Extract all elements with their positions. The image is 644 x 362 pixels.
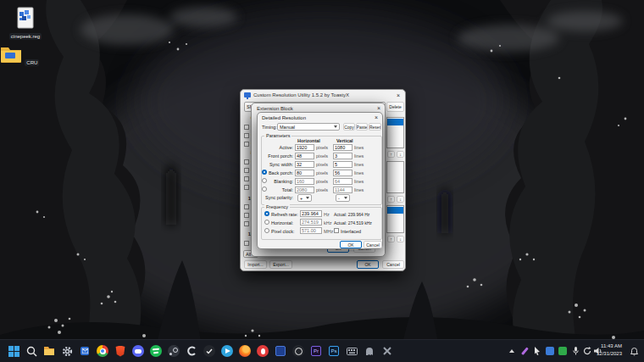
search-icon[interactable] — [25, 344, 38, 358]
extension-block-close-icon[interactable]: × — [377, 105, 380, 111]
photoshop-blue-icon[interactable] — [274, 344, 287, 358]
horizontal-freq-input[interactable] — [300, 219, 322, 226]
settings-icon[interactable] — [60, 344, 74, 358]
pixels-unit-label: pixels — [316, 187, 328, 192]
checkbox-icon[interactable] — [244, 221, 249, 226]
checkbox-icon[interactable] — [244, 185, 249, 190]
mail-app-icon[interactable] — [78, 344, 92, 358]
ghost-app-icon[interactable] — [363, 344, 376, 358]
opera-icon[interactable] — [256, 344, 269, 358]
sync-width-v-input[interactable] — [333, 161, 353, 168]
detailed-resolution-close-icon[interactable]: × — [375, 114, 378, 120]
firefox-icon[interactable] — [238, 344, 252, 358]
move-up-button[interactable]: ↑ — [387, 196, 395, 203]
active-v-input[interactable] — [333, 144, 353, 151]
reset-button[interactable]: Reset — [369, 123, 381, 131]
move-down-button[interactable]: ↓ — [397, 196, 404, 203]
telegram-icon[interactable] — [220, 344, 234, 358]
checkbox-icon[interactable] — [244, 241, 249, 246]
checkbox-icon[interactable] — [244, 142, 249, 147]
pixel-clock-radio[interactable] — [264, 228, 269, 233]
chrome-icon[interactable] — [96, 344, 109, 358]
move-down-button[interactable]: ↓ — [397, 151, 404, 158]
start-button[interactable] — [7, 344, 20, 358]
blue-app-tray-icon[interactable] — [545, 346, 555, 356]
refresh-rate-radio[interactable] — [264, 211, 269, 216]
sync-width-h-input[interactable] — [295, 161, 314, 168]
interlaced-checkbox[interactable] — [334, 228, 339, 233]
total-h-input[interactable] — [295, 187, 314, 193]
file-explorer-icon[interactable] — [42, 344, 56, 358]
total-v-input[interactable] — [333, 187, 353, 193]
detailed-cancel-button[interactable]: Cancel — [364, 241, 382, 248]
delete-display-button[interactable]: Delete — [386, 102, 404, 112]
copy-button[interactable]: Copy — [343, 123, 355, 131]
main-cancel-button[interactable]: Cancel — [382, 260, 404, 269]
selected-row[interactable] — [387, 207, 403, 214]
checkbox-icon[interactable] — [244, 176, 249, 181]
checkbox-icon[interactable] — [244, 159, 249, 164]
blanking-h-input[interactable] — [295, 178, 314, 185]
front-porch-h-input[interactable] — [295, 153, 314, 159]
selected-row[interactable] — [387, 119, 403, 125]
active-h-input[interactable] — [295, 144, 314, 151]
lines-unit-label: lines — [354, 162, 364, 167]
checkbox-icon[interactable] — [244, 125, 249, 130]
standard-resolutions-listbox[interactable] — [386, 161, 404, 193]
desktop-icon-cinepeek[interactable]: cinepeek.reg — [2, 7, 49, 40]
hidden-icons-chevron[interactable] — [507, 346, 517, 356]
export-button[interactable]: Export... — [269, 260, 292, 269]
obs-icon[interactable] — [291, 344, 305, 358]
paste-button[interactable]: Paste — [356, 123, 368, 131]
notification-bell-icon[interactable] — [629, 347, 639, 357]
sync-tray-icon[interactable] — [582, 346, 592, 356]
main-ok-button[interactable]: OK — [357, 260, 379, 269]
blanking-v-input[interactable] — [333, 178, 353, 185]
discord-icon[interactable] — [131, 344, 145, 358]
premiere-icon[interactable]: Pr — [309, 344, 323, 358]
detailed-resolution-title: Detailed Resolution — [262, 115, 306, 120]
epic-games-icon[interactable] — [185, 344, 198, 358]
timing-value: Manual — [280, 125, 295, 130]
steam-icon[interactable] — [167, 344, 180, 358]
h-polarity-dropdown[interactable]: + — [297, 194, 312, 202]
detailed-ok-button[interactable]: OK — [340, 241, 362, 248]
back-porch-v-input[interactable] — [333, 170, 353, 176]
move-down-button[interactable]: ↓ — [397, 236, 404, 242]
photoshop-icon[interactable]: Ps — [327, 344, 341, 358]
checkbox-icon[interactable] — [244, 213, 249, 218]
actual-horizontal-label: Actual: 274.519 kHz — [334, 220, 372, 226]
x-app-icon[interactable] — [380, 344, 394, 358]
horizontal-freq-label: Horizontal: — [271, 220, 293, 226]
main-close-icon[interactable]: × — [397, 92, 400, 98]
back-porch-label: Back porch: — [264, 170, 293, 175]
clock[interactable]: 11:43 AM 12/31/2023 — [597, 343, 622, 358]
move-up-button[interactable]: ↑ — [387, 236, 395, 242]
import-button[interactable]: Import... — [244, 260, 267, 269]
refresh-rate-input[interactable] — [300, 210, 322, 217]
detailed-resolution-title-bar[interactable]: Detailed Resolution × — [258, 113, 382, 122]
microphone-tray-icon[interactable] — [570, 346, 580, 356]
checkbox-icon[interactable] — [244, 133, 249, 138]
keyboard-app-icon[interactable] — [345, 344, 358, 358]
detailed-resolutions-listbox[interactable] — [386, 117, 404, 148]
checkbox-icon[interactable] — [244, 168, 249, 173]
move-up-button[interactable]: ↑ — [387, 151, 395, 158]
pen-tray-icon[interactable] — [519, 346, 530, 356]
v-polarity-dropdown[interactable]: - — [336, 194, 350, 202]
pixel-clock-input[interactable] — [300, 227, 322, 234]
pixels-unit-label: pixels — [316, 170, 328, 175]
back-porch-h-input[interactable] — [295, 170, 314, 176]
brave-icon[interactable] — [114, 344, 127, 358]
cursor-tray-icon[interactable] — [532, 346, 542, 356]
todo-check-icon[interactable] — [203, 344, 216, 358]
main-title-bar[interactable]: Custom Resolution Utility 1.5.2 by Toast… — [241, 90, 405, 101]
spotify-icon[interactable] — [149, 344, 163, 358]
desktop-icon-cru-folder[interactable]: CRU — [0, 44, 42, 66]
front-porch-v-input[interactable] — [333, 153, 353, 159]
timing-dropdown[interactable]: Manual — [277, 123, 340, 131]
extension-blocks-listbox[interactable] — [386, 205, 404, 233]
horizontal-freq-radio[interactable] — [264, 220, 269, 225]
green-app-tray-icon[interactable] — [558, 346, 568, 356]
checkbox-icon[interactable] — [244, 204, 249, 209]
